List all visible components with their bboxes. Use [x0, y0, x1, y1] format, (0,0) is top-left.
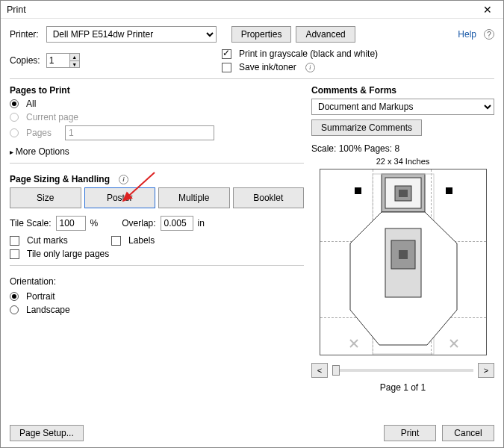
- grayscale-checkbox[interactable]: [222, 49, 231, 59]
- pages-range-input: [65, 125, 214, 140]
- landscape-label: Landscape: [26, 305, 70, 315]
- summarize-comments-button[interactable]: Summarize Comments: [311, 119, 422, 136]
- pages-title: Pages to Print: [10, 85, 304, 96]
- cut-marks-checkbox[interactable]: [10, 236, 19, 246]
- poster-button[interactable]: Poster: [84, 187, 156, 208]
- window-title: Print: [7, 4, 26, 15]
- cancel-button[interactable]: Cancel: [442, 425, 494, 441]
- comments-forms-select[interactable]: Document and Markups: [311, 99, 494, 115]
- help-link[interactable]: Help: [458, 29, 476, 40]
- preview-next-button[interactable]: >: [478, 363, 494, 378]
- labels-label: Labels: [128, 235, 155, 246]
- save-ink-label: Save ink/toner: [239, 62, 296, 72]
- pages-current-radio[interactable]: [10, 113, 19, 122]
- copies-down[interactable]: ▼: [69, 60, 80, 68]
- sizing-title: Page Sizing & Handling: [10, 174, 110, 184]
- save-ink-checkbox[interactable]: [222, 63, 231, 72]
- pages-current-label: Current page: [26, 112, 78, 122]
- copies-up[interactable]: ▲: [69, 53, 80, 60]
- print-button[interactable]: Print: [384, 425, 436, 441]
- tile-scale-label: Tile Scale:: [10, 218, 52, 228]
- advanced-button[interactable]: Advanced: [296, 26, 355, 43]
- portrait-label: Portrait: [26, 291, 55, 302]
- info-icon: i: [305, 63, 315, 72]
- overlap-input[interactable]: [161, 216, 193, 231]
- svg-rect-5: [399, 190, 408, 197]
- copies-label: Copies:: [10, 55, 40, 66]
- pages-all-label: All: [26, 99, 36, 109]
- printer-select[interactable]: Dell MFP E514dw Printer: [46, 26, 217, 43]
- sizing-info-icon: i: [119, 175, 128, 184]
- close-icon[interactable]: ✕: [475, 1, 500, 18]
- printer-label: Printer:: [10, 29, 39, 40]
- preview-dims: 22 x 34 Inches: [311, 157, 494, 166]
- booklet-button[interactable]: Booklet: [233, 187, 305, 208]
- pages-all-radio[interactable]: [10, 99, 19, 108]
- print-preview: [320, 169, 487, 355]
- scale-pages-text: Scale: 100% Pages: 8: [311, 143, 494, 154]
- pages-range-radio[interactable]: [10, 128, 19, 137]
- size-button[interactable]: Size: [10, 187, 81, 208]
- more-options[interactable]: More Options: [10, 146, 304, 157]
- preview-prev-button[interactable]: <: [311, 363, 328, 378]
- preview-slider[interactable]: [332, 369, 473, 372]
- page-setup-button[interactable]: Page Setup...: [10, 425, 84, 441]
- portrait-radio[interactable]: [10, 292, 19, 301]
- overlap-unit: in: [198, 218, 205, 228]
- tile-large-checkbox[interactable]: [10, 249, 19, 259]
- properties-button[interactable]: Properties: [231, 26, 292, 43]
- grayscale-label: Print in grayscale (black and white): [239, 49, 378, 59]
- pages-range-label: Pages: [26, 128, 60, 138]
- orientation-title: Orientation:: [10, 276, 304, 287]
- percent-label: %: [90, 218, 99, 228]
- svg-rect-8: [399, 250, 408, 259]
- help-icon[interactable]: ?: [484, 29, 494, 40]
- multiple-button[interactable]: Multiple: [158, 187, 230, 208]
- tile-large-label: Tile only large pages: [27, 249, 109, 259]
- copies-input[interactable]: [46, 53, 70, 68]
- tile-scale-input[interactable]: [56, 216, 86, 231]
- comments-forms-title: Comments & Forms: [311, 85, 494, 96]
- overlap-label: Overlap:: [122, 218, 155, 228]
- cut-marks-label: Cut marks: [27, 235, 68, 246]
- landscape-radio[interactable]: [10, 305, 19, 314]
- labels-checkbox[interactable]: [111, 236, 121, 246]
- page-of-text: Page 1 of 1: [311, 382, 494, 393]
